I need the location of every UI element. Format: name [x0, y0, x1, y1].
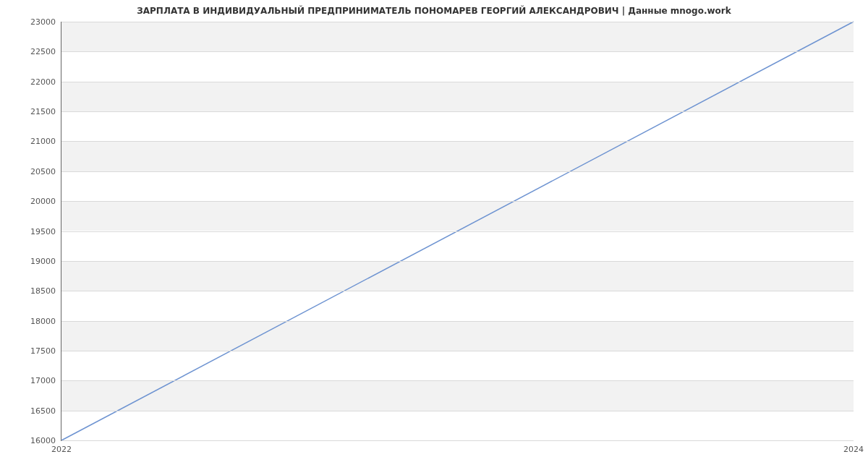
- y-tick-label: 23000: [30, 17, 61, 27]
- x-tick-label: 2024: [843, 440, 864, 454]
- gridline: [61, 261, 854, 262]
- gridline: [61, 82, 854, 82]
- y-tick-label: 18500: [30, 286, 61, 296]
- gridline: [61, 51, 854, 52]
- plot-area: 1600016500170001750018000185001900019500…: [61, 22, 854, 441]
- gridline: [61, 171, 854, 172]
- y-tick-label: 21000: [30, 137, 61, 146]
- y-tick-label: 17500: [30, 346, 61, 355]
- gridline: [61, 22, 854, 22]
- gridline: [61, 201, 854, 202]
- y-tick-label: 21500: [30, 107, 61, 116]
- gridline: [61, 291, 854, 291]
- gridline: [61, 411, 854, 411]
- y-tick-label: 18000: [30, 316, 61, 325]
- chart-title: ЗАРПЛАТА В ИНДИВИДУАЛЬНЫЙ ПРЕДПРИНИМАТЕЛ…: [0, 0, 868, 22]
- y-tick-label: 22000: [30, 77, 61, 86]
- y-tick-label: 19000: [30, 256, 61, 265]
- y-tick-label: 20000: [30, 197, 61, 206]
- gridline: [61, 351, 854, 351]
- y-tick-label: 17000: [30, 376, 61, 385]
- gridline: [61, 111, 854, 112]
- y-tick-label: 16500: [30, 406, 61, 415]
- chart-plot: 1600016500170001750018000185001900019500…: [61, 22, 854, 441]
- gridline: [61, 380, 854, 381]
- gridline: [61, 141, 854, 142]
- x-tick-label: 2022: [51, 440, 72, 454]
- gridline: [61, 440, 854, 441]
- y-tick-label: 20500: [30, 166, 61, 176]
- gridline: [61, 231, 854, 232]
- y-tick-label: 22500: [30, 47, 61, 56]
- gridline: [61, 321, 854, 322]
- y-tick-label: 19500: [30, 226, 61, 236]
